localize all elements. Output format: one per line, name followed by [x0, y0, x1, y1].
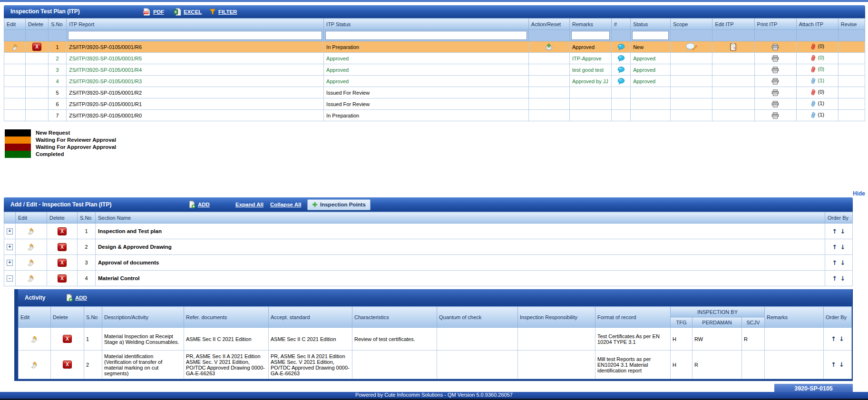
order-down-icon[interactable]: ↓	[840, 259, 846, 266]
order-by-cell: ↑↓	[824, 351, 852, 379]
edit-cell	[19, 351, 51, 379]
action-reset-icon[interactable]	[545, 43, 553, 50]
collapse-icon[interactable]: -	[7, 275, 13, 282]
print-icon[interactable]	[771, 101, 779, 107]
delete-icon[interactable]: X	[58, 259, 67, 267]
add-activity-button[interactable]: ADD	[66, 289, 87, 306]
status-cell	[631, 98, 671, 110]
section-header-row: EditDeleteS.NoSection NameOrder By	[4, 212, 853, 224]
order-down-icon[interactable]: ↓	[840, 275, 846, 282]
filter-input-itp_status[interactable]	[325, 31, 527, 40]
attachment-icon[interactable]	[810, 78, 817, 85]
hide-link[interactable]: Hide	[853, 190, 865, 197]
edit-cell	[4, 98, 26, 110]
attachment-icon[interactable]	[810, 66, 817, 73]
delete-icon[interactable]: X	[63, 335, 72, 343]
edit-cell	[4, 53, 26, 64]
edit-icon[interactable]	[27, 227, 36, 235]
attachment-icon[interactable]	[810, 43, 817, 50]
itp-report-cell: ZS/ITP/3920-SP-0105/0001/R5	[67, 53, 324, 64]
filter-input-status[interactable]	[632, 31, 669, 40]
column-header-refer_documents: Refer. documents	[184, 307, 269, 328]
inspection-points-button[interactable]: Inspection Points	[307, 199, 371, 210]
order-up-icon[interactable]: ↑	[832, 275, 838, 282]
print-icon[interactable]	[771, 112, 779, 119]
filter-input-remarks[interactable]	[571, 31, 610, 40]
edit-icon[interactable]	[30, 361, 39, 369]
filter-link[interactable]: FILTER	[218, 9, 237, 15]
characteristics-cell: Review of test certificates.	[352, 328, 437, 351]
order-down-icon[interactable]: ↓	[839, 335, 844, 342]
print-icon[interactable]	[771, 89, 779, 96]
order-up-icon[interactable]: ↑	[831, 335, 836, 342]
order-down-icon[interactable]: ↓	[840, 244, 846, 251]
add-activity-link[interactable]: ADD	[75, 295, 87, 301]
remark-bubble-icon[interactable]	[617, 44, 625, 50]
attach-itp-cell: (0)	[796, 64, 838, 76]
column-header-remarks: Remarks	[765, 307, 824, 328]
remark-icon-cell	[612, 53, 631, 64]
add-section-button[interactable]: ADD	[188, 197, 210, 212]
scope-icon[interactable]	[686, 43, 697, 51]
filter-icon	[209, 9, 216, 15]
edit-itp-cell	[712, 53, 754, 64]
delete-icon[interactable]: X	[58, 274, 67, 283]
print-icon[interactable]	[771, 44, 779, 50]
action-reset-cell	[528, 98, 569, 110]
remark-bubble-icon[interactable]	[617, 78, 625, 85]
attachment-icon[interactable]	[810, 100, 817, 107]
pdf-button[interactable]: PDF PDF	[143, 5, 164, 18]
order-up-icon[interactable]: ↑	[831, 361, 836, 368]
order-up-icon[interactable]: ↑	[832, 244, 838, 251]
print-icon[interactable]	[771, 67, 779, 73]
order-up-icon[interactable]: ↑	[832, 259, 838, 266]
edit-icon[interactable]	[27, 243, 36, 251]
remark-bubble-icon[interactable]	[617, 55, 625, 62]
filter-cell-status	[631, 30, 671, 41]
delete-icon[interactable]: X	[58, 227, 67, 235]
filter-button[interactable]: FILTER	[209, 5, 237, 18]
attach-itp-cell: (1)	[796, 110, 838, 121]
add-section-link[interactable]: ADD	[198, 202, 210, 207]
expand-icon[interactable]: +	[7, 228, 13, 234]
delete-cell	[26, 87, 49, 98]
expand-all-link[interactable]: Expand All	[235, 202, 263, 207]
refer-documents-cell: PR, ASME Sec II A 2021 Edition ASME Sec.…	[184, 351, 269, 379]
scope-cell	[671, 53, 712, 64]
order-up-icon[interactable]: ↑	[832, 228, 838, 235]
expand-icon[interactable]: +	[7, 260, 13, 266]
edit-icon[interactable]	[10, 43, 20, 51]
order-down-icon[interactable]: ↓	[840, 228, 846, 235]
attachment-icon[interactable]	[810, 112, 817, 119]
order-down-icon[interactable]: ↓	[839, 361, 844, 368]
sno-cell: 2	[49, 53, 67, 64]
column-header-quantum_of_check: Quantum of check	[437, 307, 518, 328]
remark-bubble-icon[interactable]	[617, 67, 625, 73]
expand-icon[interactable]: +	[7, 244, 13, 250]
section-name-cell: Design & Approved Drawing	[96, 239, 825, 255]
delete-icon[interactable]: X	[58, 243, 67, 251]
collapse-all-link[interactable]: Collapse All	[270, 202, 301, 207]
delete-icon[interactable]: X	[32, 43, 41, 51]
pdf-link[interactable]: PDF	[153, 9, 164, 15]
remarks-cell: Approved	[569, 41, 611, 53]
itp-status-cell: Approved	[324, 53, 529, 64]
print-icon[interactable]	[771, 55, 779, 62]
attachment-icon[interactable]	[810, 89, 817, 96]
activity-panel: Activity ADD EditDeleteS.NoDescription/A…	[14, 289, 853, 381]
pdf-icon: PDF	[143, 8, 151, 16]
column-header-s_no: S.No	[49, 19, 67, 30]
edit-icon[interactable]	[30, 335, 39, 343]
column-header-s_no: S.No	[84, 307, 102, 328]
status-cell: Approved	[631, 76, 671, 87]
edit-itp-icon[interactable]	[730, 43, 737, 51]
delete-icon[interactable]: X	[63, 361, 72, 369]
edit-icon[interactable]	[27, 274, 36, 282]
edit-icon[interactable]	[27, 259, 36, 266]
attachment-icon[interactable]	[810, 55, 817, 62]
excel-button[interactable]: X EXCEL	[173, 5, 202, 18]
status-cell: New	[631, 41, 671, 53]
filter-input-itp_report[interactable]	[68, 31, 322, 40]
excel-link[interactable]: EXCEL	[184, 9, 202, 15]
print-icon[interactable]	[771, 78, 779, 85]
